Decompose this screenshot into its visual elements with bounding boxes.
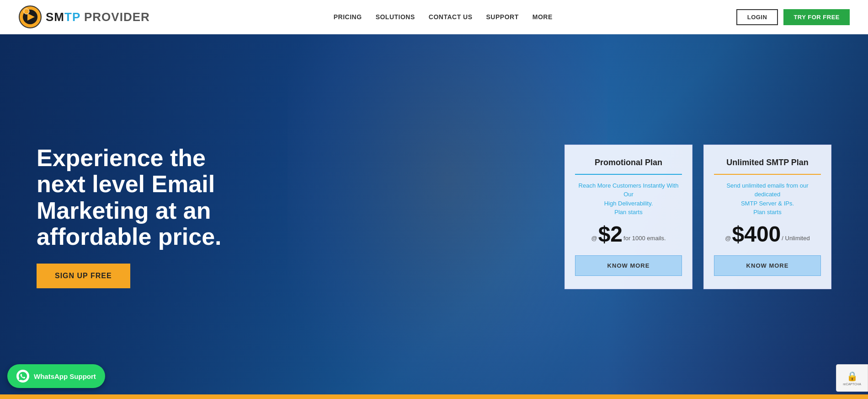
svg-point-3 xyxy=(24,9,29,14)
logo-text: SMTP PROVIDER xyxy=(46,10,150,24)
unlimited-plan-title: Unlimited SMTP Plan xyxy=(726,158,809,167)
try-free-button[interactable]: TRY FOR FREE xyxy=(783,9,850,25)
hero-text-block: Experience the next level Email Marketin… xyxy=(37,145,256,288)
promotional-plan-card: Promotional Plan Reach More Customers In… xyxy=(564,145,692,289)
nav-contact[interactable]: CONTACT US xyxy=(429,13,473,21)
nav-more[interactable]: MORE xyxy=(533,13,553,21)
promo-price: @ $2 for 1000 emails. xyxy=(591,223,666,245)
unlimited-plan-card: Unlimited SMTP Plan Send unlimited email… xyxy=(703,145,831,289)
logo: SMTP PROVIDER xyxy=(18,5,150,29)
whatsapp-svg xyxy=(18,371,28,381)
hero-section: Experience the next level Email Marketin… xyxy=(0,34,868,399)
nav-pricing[interactable]: PRICING xyxy=(334,13,362,21)
recaptcha-logo: 🔒 xyxy=(847,371,858,382)
nav-links: PRICING SOLUTIONS CONTACT US SUPPORT MOR… xyxy=(334,13,553,21)
logo-icon xyxy=(18,5,42,29)
promo-know-more-button[interactable]: KNOW MORE xyxy=(575,255,682,276)
nav-support[interactable]: SUPPORT xyxy=(486,13,519,21)
unlimited-plan-desc: Send unlimited emails from our dedicated… xyxy=(714,181,821,217)
promo-divider xyxy=(575,174,682,175)
promo-plan-title: Promotional Plan xyxy=(595,158,662,167)
navbar-actions: LOGIN TRY FOR FREE xyxy=(736,9,850,25)
signup-button[interactable]: SIGN UP FREE xyxy=(37,264,130,288)
unlimited-know-more-button[interactable]: KNOW MORE xyxy=(714,255,821,276)
unlimited-price: @ $400 / Unlimited xyxy=(725,223,809,245)
login-button[interactable]: LOGIN xyxy=(736,9,778,25)
hero-content: Experience the next level Email Marketin… xyxy=(0,145,868,289)
navbar: SMTP PROVIDER PRICING SOLUTIONS CONTACT … xyxy=(0,0,868,34)
promo-plan-desc: Reach More Customers Instantly With Our … xyxy=(575,181,682,217)
nav-solutions[interactable]: SOLUTIONS xyxy=(376,13,415,21)
whatsapp-support-button[interactable]: WhatsApp Support xyxy=(7,364,105,388)
bottom-accent-bar xyxy=(0,394,868,399)
whatsapp-icon xyxy=(16,370,29,383)
recaptcha-badge: 🔒 reCAPTCHA xyxy=(836,364,868,392)
hero-headline: Experience the next level Email Marketin… xyxy=(37,145,256,250)
pricing-cards: Promotional Plan Reach More Customers In… xyxy=(564,145,831,289)
unlimited-divider xyxy=(714,174,821,175)
recaptcha-text: reCAPTCHA xyxy=(843,383,861,386)
whatsapp-label: WhatsApp Support xyxy=(34,372,96,380)
